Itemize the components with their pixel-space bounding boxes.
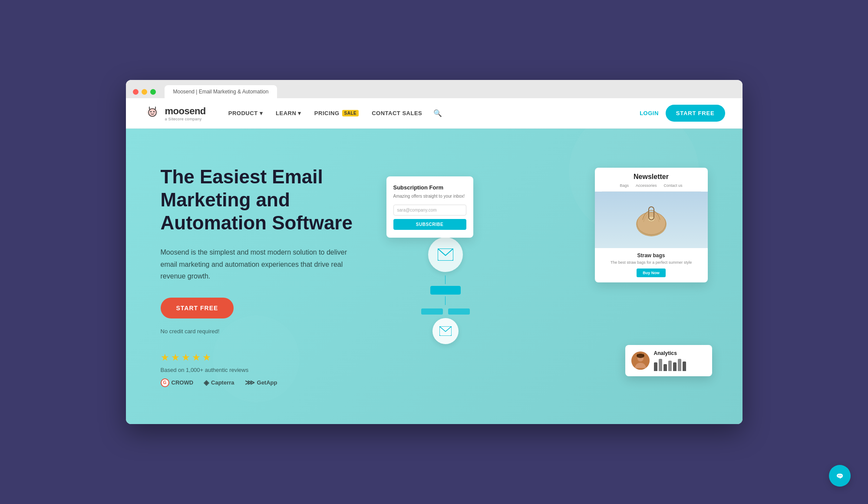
traffic-lights xyxy=(133,89,156,95)
g2-icon: G xyxy=(161,378,169,387)
analytics-bar-4 xyxy=(673,362,677,371)
browser-tab[interactable]: Moosend | Email Marketing & Automation xyxy=(165,85,277,98)
newsletter-product-image xyxy=(595,192,708,248)
analytics-bar-1 xyxy=(659,359,662,371)
browser-chrome: Moosend | Email Marketing & Automation xyxy=(126,80,743,98)
newsletter-nav-bags: Bags xyxy=(620,183,629,188)
analytics-title: Analytics xyxy=(654,350,686,356)
chevron-down-icon: ▾ xyxy=(298,110,301,116)
logo-name: moosend xyxy=(165,106,206,117)
newsletter-nav-accessories: Accessories xyxy=(636,183,657,188)
analytics-content: Analytics xyxy=(654,350,686,371)
sale-badge: SALE xyxy=(342,110,359,116)
nav-links: PRODUCT ▾ LEARN ▾ PRICING SALE CONTACT S… xyxy=(223,106,640,121)
review-logos: G CROWD ◈ Capterra ⋙ GetApp xyxy=(161,378,386,387)
flow-rect-container xyxy=(421,286,470,295)
analytics-bar-3 xyxy=(668,361,672,371)
analytics-bar-5 xyxy=(678,359,681,371)
hero-left: The Easiest Email Marketing and Automati… xyxy=(161,166,386,387)
flow-rect-1 xyxy=(430,286,461,295)
subscription-form-card: Subscription Form Amazing offers straigh… xyxy=(386,176,473,238)
g2-crowd-logo: G CROWD xyxy=(161,378,194,387)
hero-title: The Easiest Email Marketing and Automati… xyxy=(161,166,386,234)
flow-connector-1 xyxy=(445,275,446,284)
analytics-bar-chart xyxy=(654,359,686,371)
sub-form-description: Amazing offers straight to your inbox! xyxy=(393,193,466,199)
svg-point-8 xyxy=(637,212,666,235)
nav-right: LOGIN START FREE xyxy=(640,105,725,122)
hero-section: The Easiest Email Marketing and Automati… xyxy=(126,129,743,424)
newsletter-product-name: Straw bags xyxy=(602,252,701,259)
flow-rect-2 xyxy=(421,308,443,315)
newsletter-buy-button[interactable]: Buy Now xyxy=(637,269,666,277)
no-credit-card-text: No credit card required! xyxy=(161,328,386,335)
newsletter-nav: Bags Accessories Contact us xyxy=(602,183,701,192)
newsletter-product-info: Straw bags The best straw bags for a per… xyxy=(595,248,708,282)
hero-description: Moosend is the simplest and most modern … xyxy=(161,246,352,282)
newsletter-header: Newsletter Bags Accessories Contact us xyxy=(595,168,708,192)
maximize-button[interactable] xyxy=(150,89,156,95)
newsletter-title: Newsletter xyxy=(602,173,701,181)
newsletter-nav-contact: Contact us xyxy=(664,183,683,188)
star-1: ★ xyxy=(161,352,169,363)
browser-window: Moosend | Email Marketing & Automation m… xyxy=(126,80,743,424)
login-button[interactable]: LOGIN xyxy=(640,110,659,116)
star-2: ★ xyxy=(171,352,180,363)
nav-product[interactable]: PRODUCT ▾ xyxy=(223,106,268,120)
nav-contact-sales[interactable]: CONTACT SALES xyxy=(366,106,427,120)
ratings-section: ★ ★ ★ ★ ★ Based on 1,000+ authentic revi… xyxy=(161,352,386,387)
automation-flow xyxy=(421,237,470,344)
start-free-nav-button[interactable]: START FREE xyxy=(666,105,725,122)
minimize-button[interactable] xyxy=(142,89,147,95)
newsletter-product-description: The best straw bags for a perfect summer… xyxy=(602,260,701,265)
getapp-logo: ⋙ GetApp xyxy=(245,378,277,387)
flow-branch xyxy=(421,308,470,315)
star-3: ★ xyxy=(182,352,190,363)
analytics-avatar xyxy=(631,351,650,370)
flow-connector-2 xyxy=(445,296,446,305)
hero-right: Subscription Form Amazing offers straigh… xyxy=(386,168,708,385)
svg-point-13 xyxy=(637,354,644,358)
sub-form-title: Subscription Form xyxy=(393,184,466,191)
newsletter-card: Newsletter Bags Accessories Contact us xyxy=(595,168,708,282)
nav-pricing[interactable]: PRICING SALE xyxy=(309,106,364,120)
logo[interactable]: moosend a Sitecore company xyxy=(143,104,206,123)
getapp-icon: ⋙ xyxy=(245,378,255,387)
logo-sub: a Sitecore company xyxy=(165,117,206,121)
star-5: ★ xyxy=(202,352,211,363)
nav-learn[interactable]: LEARN ▾ xyxy=(271,106,307,120)
close-button[interactable] xyxy=(133,89,139,95)
svg-point-4 xyxy=(153,111,155,112)
flow-circle-send xyxy=(432,318,459,344)
chevron-down-icon: ▾ xyxy=(260,110,263,116)
star-rating: ★ ★ ★ ★ ★ xyxy=(161,352,386,363)
flow-rect-3 xyxy=(448,308,470,315)
svg-point-3 xyxy=(150,111,152,112)
capterra-logo: ◈ Capterra xyxy=(204,378,234,387)
analytics-card: Analytics xyxy=(625,345,712,376)
flow-circle-email xyxy=(428,237,463,272)
moosend-logo-icon xyxy=(143,104,162,123)
analytics-bar-2 xyxy=(663,364,667,371)
sub-form-email-field[interactable]: sara@company.com xyxy=(393,205,466,216)
star-4: ★ xyxy=(192,352,201,363)
analytics-bar-6 xyxy=(683,361,686,371)
navbar: moosend a Sitecore company PRODUCT ▾ LEA… xyxy=(126,98,743,129)
analytics-bar-0 xyxy=(654,362,657,371)
subscribe-button[interactable]: SUBSCRIBE xyxy=(393,219,466,230)
review-count-text: Based on 1,000+ authentic reviews xyxy=(161,367,386,373)
capterra-icon: ◈ xyxy=(204,378,209,387)
search-icon[interactable]: 🔍 xyxy=(430,106,446,121)
hero-cta-button[interactable]: START FREE xyxy=(161,298,234,318)
logo-text: moosend a Sitecore company xyxy=(165,106,206,121)
